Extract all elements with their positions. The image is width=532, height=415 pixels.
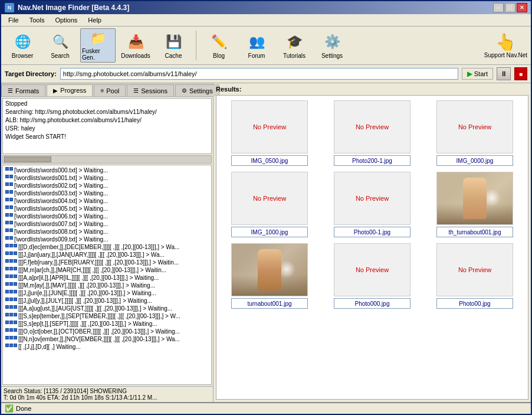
log-line-searching: Searching: http://smg.photobucket.com/al… [5, 108, 209, 116]
toolbar-cache-button[interactable]: 💾 Cache [156, 28, 191, 63]
queue-item-icon [5, 305, 17, 309]
result-item: No Preview Photo200-1.jpg [324, 100, 421, 166]
queue-item-text: [\wordlists\words001.txt] > Waiting... [14, 174, 108, 182]
log-area[interactable]: Stopped Searching: http://smg.photobucke… [2, 98, 212, 154]
stop-button[interactable]: ■ [514, 67, 527, 80]
tab-progress[interactable]: ▶ Progress [47, 84, 93, 96]
pause-button[interactable]: ⏸ [497, 67, 511, 80]
preview-box: No Preview [436, 243, 513, 296]
menu-options[interactable]: Options [50, 15, 82, 25]
filename-label[interactable]: IMG_0000.jpg [436, 155, 513, 166]
target-input[interactable] [60, 68, 458, 80]
close-button[interactable]: ✕ [517, 3, 527, 12]
toolbar-browser-button[interactable]: 🌐 Browser [5, 28, 40, 63]
result-item-with-thumbnail: th_turnabout001.jpg [426, 172, 523, 237]
no-preview-text: No Preview [356, 123, 389, 130]
toolbar-search-button[interactable]: 🔍 Search [42, 28, 78, 63]
maximize-button[interactable]: □ [505, 3, 515, 12]
support-button[interactable]: 👆 Support Nav.Net [484, 32, 527, 58]
list-item: [[[S,s]ep[t,]],[SEPT[,]]]][ ,][[ ,[20,][… [5, 320, 209, 328]
list-item: [\wordlists\words009.txt] > Waiting... [5, 236, 209, 243]
toolbar-fusker-button[interactable]: 📁 Fusker Gen. [80, 28, 116, 63]
tab-pool[interactable]: ≡ Pool [94, 84, 126, 96]
list-item: [[[S,s]ep[tember,]],[SEP[TEMBER,]]]][ ,]… [5, 312, 209, 320]
sessions-tab-icon: ☰ [133, 87, 139, 94]
queue-item-text: [[ ,[J,j],[D,d][ ,] Waiting... [18, 343, 81, 351]
toolbar-forum-button[interactable]: 👥 Forum [239, 28, 274, 63]
no-preview-text: No Preview [253, 195, 286, 202]
no-preview-text: No Preview [458, 123, 491, 130]
formats-tab-icon: ☰ [8, 87, 13, 94]
target-bar: Target Directory: ▶ Start ⏸ ■ [1, 65, 531, 83]
queue-item-text: [\wordlists\words007.txt] > Waiting... [14, 220, 108, 228]
filename-label[interactable]: IMG_0500.jpg [231, 155, 308, 166]
list-item: [[[M,m]ar[ch,]],[MAR[CH,]]]][ ,][[ ,[20,… [5, 266, 209, 274]
queue-item-text: [[[S,s]ep[t,]],[SEPT[,]]]][ ,][[ ,[20,][… [18, 320, 157, 328]
preview-box: No Preview [231, 172, 308, 225]
pool-tab-icon: ≡ [100, 87, 104, 94]
log-horizontal-scrollbar[interactable] [2, 155, 212, 164]
settings-tab-label: Settings [189, 87, 213, 94]
no-preview-text: No Preview [253, 123, 286, 130]
queue-item-text: [[[J,j]an[uary,]],[JAN[UARY,]]]][ ,][[ ,… [18, 251, 165, 259]
minimize-button[interactable]: ─ [493, 3, 504, 12]
queue-item-text: [[[S,s]ep[tember,]],[SEP[TEMBER,]]]][ ,]… [18, 312, 180, 320]
search-icon: 🔍 [51, 32, 70, 51]
settings-label: Settings [321, 53, 343, 59]
main-window: N Nav.Net Image Finder [Beta 4.4.3] ─ □ … [0, 0, 532, 415]
filename-label[interactable]: Photo200-1.jpg [334, 155, 411, 166]
window-title: Nav.Net Image Finder [Beta 4.4.3] [18, 4, 129, 12]
tab-sessions[interactable]: ☰ Sessions [127, 84, 174, 96]
list-item: [[[J,j]an[uary,]],[JAN[UARY,]]]][ ,][[ ,… [5, 251, 209, 259]
results-grid[interactable]: No Preview IMG_0500.jpg No Preview Photo… [216, 95, 528, 400]
main-content: ☰ Formats ▶ Progress ≡ Pool ☰ Sessions ⚙ [1, 83, 531, 402]
filename-label[interactable]: IMG_1000.jpg [231, 227, 308, 237]
tab-formats[interactable]: ☰ Formats [1, 84, 45, 96]
preview-box: No Preview [334, 172, 411, 225]
menu-file[interactable]: File [4, 15, 24, 25]
list-item: [[[A,a]ug[ust,]],[AUG[UST,]]]][ ,][[ ,[2… [5, 305, 209, 312]
list-item: [\wordlists\words000.txt] > Waiting... [5, 166, 209, 174]
queue-item-text: [\wordlists\words000.txt] > Waiting... [14, 166, 108, 174]
settings-icon: ⚙️ [323, 32, 341, 51]
menu-help[interactable]: Help [83, 15, 106, 25]
tab-settings[interactable]: ⚙ Settings [175, 84, 219, 96]
queue-item-text: [\wordlists\words002.txt] > Waiting... [14, 182, 108, 189]
menu-tools[interactable]: Tools [25, 15, 50, 25]
queue-item-text: [[[A,a]ug[ust,]],[AUG[UST,]]]][ ,][[ ,[2… [18, 305, 172, 312]
queue-area[interactable]: [\wordlists\words000.txt] > Waiting... [… [2, 165, 212, 385]
preview-thumbnail[interactable] [436, 172, 513, 225]
tutorials-icon: 🎓 [285, 32, 304, 51]
filename-label[interactable]: Photo000.jpg [334, 298, 411, 309]
right-panel: Results: No Preview IMG_0500.jpg No Prev… [214, 83, 531, 402]
result-item: No Preview Photo00.jpg [426, 243, 523, 309]
sessions-tab-label: Sessions [141, 87, 168, 94]
toolbar-blog-button[interactable]: ✏️ Blog [201, 28, 237, 63]
log-scroll-thumb[interactable] [4, 156, 51, 162]
toolbar-settings-button[interactable]: ⚙️ Settings [314, 28, 350, 63]
list-item: [[[O,o]ct[ober,]],[OCT[OBER,]]]][ ,][[ ,… [5, 328, 209, 335]
no-preview-text: No Preview [356, 195, 389, 202]
filename-label[interactable]: Photo00.jpg [436, 298, 513, 309]
toolbar-downloads-button[interactable]: 📥 Downloads [118, 28, 153, 63]
start-button[interactable]: ▶ Start [462, 68, 493, 80]
queue-item-text: [\wordlists\words003.txt] > Waiting... [14, 189, 108, 197]
preview-thumbnail[interactable] [231, 243, 308, 296]
list-item: [\wordlists\words008.txt] > Waiting... [5, 228, 209, 236]
filename-label[interactable]: th_turnabout001.jpg [436, 227, 513, 237]
queue-item-icon [5, 198, 13, 201]
filename-label[interactable]: turnabout001.jpg [231, 298, 308, 309]
toolbar-tutorials-button[interactable]: 🎓 Tutorials [277, 28, 312, 63]
log-line-start: Widget Search START! [5, 133, 209, 141]
list-item: [\wordlists\words002.txt] > Waiting... [5, 182, 209, 189]
list-item: [\wordlists\words004.txt] > Waiting... [5, 197, 209, 205]
list-item: [\wordlists\words003.txt] > Waiting... [5, 189, 209, 197]
menu-bar: File Tools Options Help [1, 14, 531, 27]
title-bar-left: N Nav.Net Image Finder [Beta 4.4.3] [5, 3, 129, 12]
blog-icon: ✏️ [209, 32, 228, 51]
support-label: Support Nav.Net [484, 52, 527, 58]
list-item: [[[D,d]ec[ember,]],[DEC[EMBER,]]]][ ,][[… [5, 243, 209, 251]
filename-label[interactable]: Photo00-1.jpg [334, 227, 411, 237]
fusker-icon: 📁 [88, 30, 107, 47]
forum-icon: 👥 [247, 32, 266, 51]
